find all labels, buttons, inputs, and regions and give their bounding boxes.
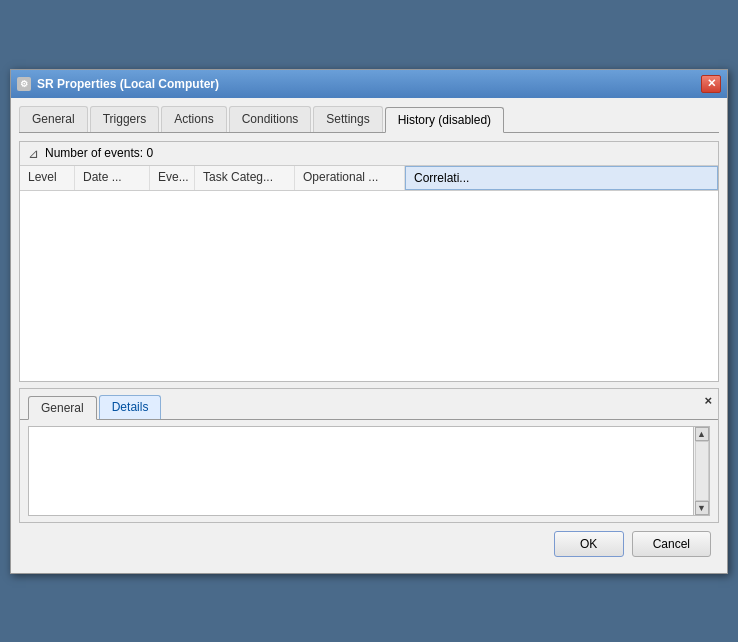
tab-general[interactable]: General [19,106,88,132]
lower-tab-details[interactable]: Details [99,395,162,419]
table-header: Level Date ... Eve... Task Categ... Oper… [20,166,718,191]
title-bar: ⚙ SR Properties (Local Computer) ✕ [11,70,727,98]
main-window: ⚙ SR Properties (Local Computer) ✕ Gener… [10,69,728,574]
window-body: General Triggers Actions Conditions Sett… [11,98,727,573]
scroll-up-button[interactable]: ▲ [695,427,709,441]
tab-settings[interactable]: Settings [313,106,382,132]
tab-triggers[interactable]: Triggers [90,106,160,132]
tab-conditions[interactable]: Conditions [229,106,312,132]
scrollbar: ▲ ▼ [693,427,709,515]
lower-tab-general[interactable]: General [28,396,97,420]
window-title: SR Properties (Local Computer) [37,77,219,91]
tab-bar: General Triggers Actions Conditions Sett… [19,106,719,133]
window-icon: ⚙ [17,77,31,91]
lower-panel: × General Details ▲ ▼ [19,388,719,523]
col-level: Level [20,166,75,190]
window-close-button[interactable]: ✕ [701,75,721,93]
button-bar: OK Cancel [19,523,719,565]
filter-icon: ⊿ [28,146,39,161]
scroll-track[interactable] [695,441,709,501]
lower-tab-bar: General Details [20,389,718,420]
col-operational: Operational ... [295,166,405,190]
col-task: Task Categ... [195,166,295,190]
table-body [20,191,718,381]
filter-bar: ⊿ Number of events: 0 [20,142,718,166]
event-count-label: Number of events: 0 [45,146,153,160]
lower-panel-close-button[interactable]: × [704,393,712,408]
title-bar-left: ⚙ SR Properties (Local Computer) [17,77,219,91]
main-panel: ⊿ Number of events: 0 Level Date ... Eve… [19,141,719,382]
col-eve: Eve... [150,166,195,190]
cancel-button[interactable]: Cancel [632,531,711,557]
ok-button[interactable]: OK [554,531,624,557]
tab-actions[interactable]: Actions [161,106,226,132]
event-detail-area[interactable]: ▲ ▼ [28,426,710,516]
events-table: Level Date ... Eve... Task Categ... Oper… [20,166,718,381]
col-correlati: Correlati... [405,166,718,190]
tab-history[interactable]: History (disabled) [385,107,504,133]
col-date: Date ... [75,166,150,190]
scroll-down-button[interactable]: ▼ [695,501,709,515]
